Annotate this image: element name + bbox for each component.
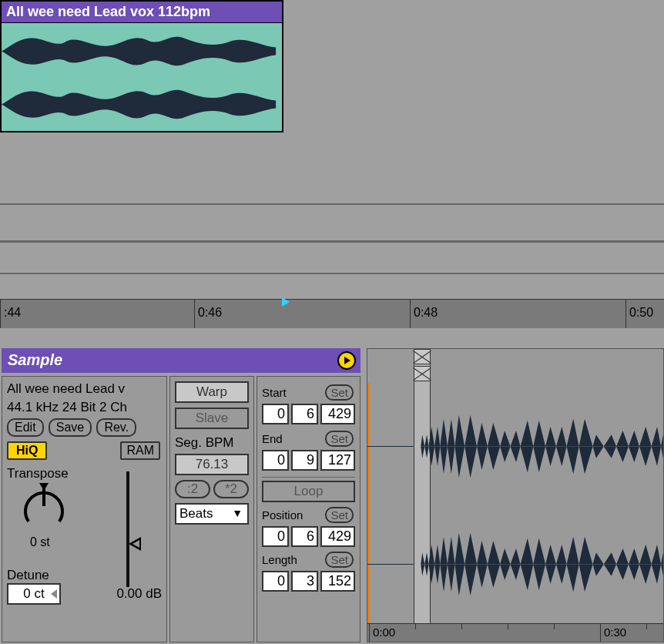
end-sixteenths[interactable]: 127 xyxy=(320,450,355,471)
slave-toggle[interactable]: Slave xyxy=(175,408,249,429)
warp-marker-icon[interactable] xyxy=(414,366,431,381)
loop-panel: Start Set 0 6 429 End Set 0 9 127 Loop P… xyxy=(257,376,361,642)
detune-value[interactable]: 0 ct xyxy=(7,583,61,605)
transpose-label: Transpose xyxy=(7,466,162,481)
length-bars[interactable]: 0 xyxy=(262,571,289,592)
svg-marker-1 xyxy=(39,483,49,491)
ruler-minor-tick xyxy=(461,624,462,629)
arrangement-view: All wee need Lead vox 112bpm :44 0:46 0:… xyxy=(0,0,664,329)
hiq-toggle[interactable]: HiQ xyxy=(7,441,47,460)
ruler-minor-tick xyxy=(646,624,647,629)
edit-button[interactable]: Edit xyxy=(7,418,44,437)
position-label: Position xyxy=(262,508,303,522)
position-beats[interactable]: 6 xyxy=(291,526,318,547)
track-divider xyxy=(0,203,664,205)
ruler-minor-tick xyxy=(415,624,416,629)
ruler-tick: 0:48 xyxy=(410,300,438,328)
sample-panel-header: Sample xyxy=(2,348,361,373)
seg-bpm-label: Seg. BPM xyxy=(175,435,249,451)
half-tempo-button[interactable]: :2 xyxy=(175,480,210,498)
position-set-button[interactable]: Set xyxy=(325,507,354,523)
reverse-button[interactable]: Rev. xyxy=(96,418,136,437)
volume-slider-thumb[interactable] xyxy=(129,537,141,551)
sample-waveform-view[interactable]: 0:00 0:30 xyxy=(367,348,664,642)
seg-bpm-value[interactable]: 76.13 xyxy=(175,454,249,475)
start-label: Start xyxy=(262,386,287,399)
length-set-button[interactable]: Set xyxy=(325,552,354,568)
audio-clip[interactable]: All wee need Lead vox 112bpm xyxy=(0,0,283,132)
track-divider xyxy=(0,273,664,274)
end-bars[interactable]: 0 xyxy=(262,450,289,471)
end-beats[interactable]: 9 xyxy=(291,450,318,471)
launch-arrow-icon[interactable] xyxy=(337,351,356,370)
warp-markers[interactable] xyxy=(414,349,431,383)
clip-title[interactable]: All wee need Lead vox 112bpm xyxy=(2,2,282,23)
length-label: Length xyxy=(262,553,297,566)
ruler-tick: 0:46 xyxy=(194,300,222,328)
sample-title: Sample xyxy=(8,351,62,368)
ruler-minor-tick xyxy=(554,624,555,629)
start-beats[interactable]: 6 xyxy=(291,404,318,424)
loop-toggle[interactable]: Loop xyxy=(262,481,355,502)
length-beats[interactable]: 3 xyxy=(291,571,318,592)
ruler-tick: :44 xyxy=(0,300,21,328)
start-set-button[interactable]: Set xyxy=(325,384,354,401)
end-set-button[interactable]: Set xyxy=(325,431,354,447)
volume-db: 0.00 dB xyxy=(116,586,162,602)
clip-waveform[interactable] xyxy=(2,25,282,131)
position-bars[interactable]: 0 xyxy=(262,526,289,547)
end-label: End xyxy=(262,432,283,445)
playhead-icon[interactable] xyxy=(282,300,290,309)
start-sixteenths[interactable]: 429 xyxy=(320,404,355,424)
sample-time-ruler[interactable]: 0:00 0:30 xyxy=(367,623,663,642)
detune-label: Detune xyxy=(7,568,162,583)
warp-marker-icon[interactable] xyxy=(414,349,431,364)
ram-toggle[interactable]: RAM xyxy=(120,441,160,460)
start-bars[interactable]: 0 xyxy=(262,404,289,424)
transpose-value: 0 st xyxy=(30,535,50,549)
transpose-knob[interactable] xyxy=(21,483,67,537)
volume-slider-track[interactable] xyxy=(126,471,129,587)
warp-mode-select[interactable]: Beats xyxy=(175,503,249,525)
save-button[interactable]: Save xyxy=(49,418,92,437)
ruler-tick: 0:50 xyxy=(625,300,653,328)
clip-detail-view: Sample All wee need Lead v 44.1 kHz 24 B… xyxy=(2,348,664,642)
length-sixteenths[interactable]: 152 xyxy=(320,571,355,592)
sample-info-panel: All wee need Lead v 44.1 kHz 24 Bit 2 Ch… xyxy=(2,376,167,642)
warp-toggle[interactable]: Warp xyxy=(175,381,249,403)
ruler-tick: 0:00 xyxy=(369,624,395,642)
track-divider xyxy=(0,240,664,243)
warp-panel: Warp Slave Seg. BPM 76.13 :2 *2 Beats xyxy=(169,376,254,642)
double-tempo-button[interactable]: *2 xyxy=(213,480,249,498)
waveform-display[interactable] xyxy=(367,387,663,623)
ruler-tick: 0:30 xyxy=(600,624,626,642)
ruler-minor-tick xyxy=(508,624,508,629)
position-sixteenths[interactable]: 429 xyxy=(320,526,355,547)
time-ruler[interactable]: :44 0:46 0:48 0:50 xyxy=(0,299,664,328)
sample-format: 44.1 kHz 24 Bit 2 Ch xyxy=(7,400,162,415)
sample-name: All wee need Lead v xyxy=(7,381,162,397)
